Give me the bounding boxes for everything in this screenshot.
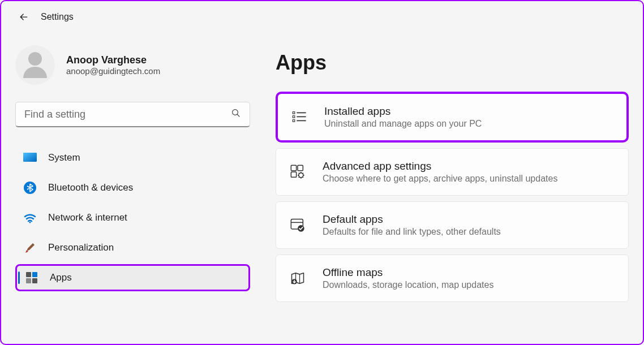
sidebar-item-label: Personalization bbox=[48, 242, 114, 253]
header: Settings bbox=[1, 1, 643, 28]
header-title: Settings bbox=[41, 12, 74, 22]
svg-rect-10 bbox=[293, 112, 295, 114]
profile-email: anoop@guidingtech.com bbox=[66, 66, 160, 76]
profile-name: Anoop Varghese bbox=[66, 54, 160, 66]
sidebar: Anoop Varghese anoop@guidingtech.com Sys… bbox=[1, 28, 259, 343]
sidebar-item-personalization[interactable]: Personalization bbox=[15, 234, 250, 261]
card-title: Default apps bbox=[323, 213, 501, 226]
card-desc: Downloads, storage location, map updates bbox=[323, 280, 493, 290]
grid-gear-icon bbox=[290, 164, 306, 180]
sidebar-item-label: System bbox=[48, 152, 80, 163]
card-title: Advanced app settings bbox=[323, 160, 557, 172]
map-icon bbox=[290, 270, 306, 286]
search-input[interactable] bbox=[24, 109, 231, 120]
search-icon[interactable] bbox=[231, 108, 241, 120]
sidebar-item-apps[interactable]: Apps bbox=[15, 264, 250, 291]
svg-rect-6 bbox=[26, 272, 31, 277]
sidebar-nav: System Bluetooth & devices Network & int… bbox=[15, 144, 259, 291]
main-content: Apps Installed apps Uninstall and manage… bbox=[259, 28, 643, 343]
svg-rect-9 bbox=[32, 278, 37, 283]
avatar-icon bbox=[15, 45, 55, 85]
card-desc: Choose where to get apps, archive apps, … bbox=[323, 174, 557, 184]
sidebar-item-label: Bluetooth & devices bbox=[48, 182, 133, 193]
card-desc: Defaults for file and link types, other … bbox=[323, 227, 501, 237]
list-icon bbox=[291, 109, 307, 125]
svg-point-5 bbox=[29, 222, 31, 223]
back-arrow-icon[interactable] bbox=[18, 11, 29, 23]
card-offline-maps[interactable]: Offline maps Downloads, storage location… bbox=[276, 255, 629, 302]
svg-line-1 bbox=[237, 114, 239, 117]
window-check-icon bbox=[290, 217, 306, 233]
system-icon bbox=[23, 151, 37, 165]
sidebar-item-label: Network & internet bbox=[48, 212, 127, 223]
card-title: Installed apps bbox=[324, 105, 482, 118]
search-box[interactable] bbox=[15, 102, 250, 127]
svg-rect-12 bbox=[293, 120, 295, 122]
brush-icon bbox=[23, 241, 37, 255]
svg-rect-11 bbox=[293, 116, 295, 118]
profile-section[interactable]: Anoop Varghese anoop@guidingtech.com bbox=[15, 45, 259, 85]
page-title: Apps bbox=[276, 51, 629, 75]
svg-rect-18 bbox=[291, 172, 296, 177]
card-title: Offline maps bbox=[323, 266, 493, 279]
svg-rect-17 bbox=[298, 165, 303, 170]
card-advanced-app-settings[interactable]: Advanced app settings Choose where to ge… bbox=[276, 148, 629, 196]
card-installed-apps[interactable]: Installed apps Uninstall and manage apps… bbox=[276, 92, 629, 143]
svg-rect-16 bbox=[291, 165, 296, 170]
svg-rect-7 bbox=[32, 272, 37, 277]
card-desc: Uninstall and manage apps on your PC bbox=[324, 119, 482, 129]
bluetooth-icon bbox=[23, 181, 37, 195]
sidebar-item-label: Apps bbox=[50, 272, 72, 283]
svg-rect-3 bbox=[23, 153, 37, 162]
sidebar-item-bluetooth[interactable]: Bluetooth & devices bbox=[15, 174, 250, 201]
svg-rect-8 bbox=[26, 278, 31, 283]
sidebar-item-network[interactable]: Network & internet bbox=[15, 204, 250, 231]
wifi-icon bbox=[23, 211, 37, 225]
sidebar-item-system[interactable]: System bbox=[15, 144, 250, 171]
card-default-apps[interactable]: Default apps Defaults for file and link … bbox=[276, 201, 629, 249]
apps-icon bbox=[25, 271, 38, 284]
